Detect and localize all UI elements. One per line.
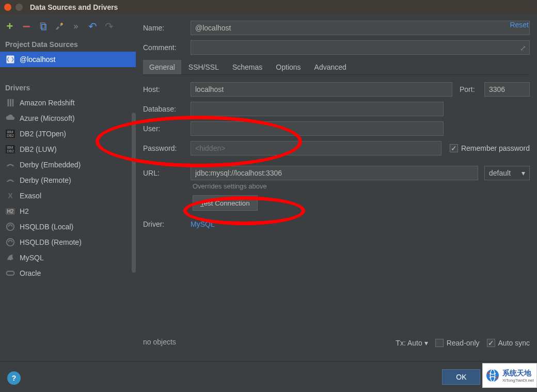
autosync-checkbox[interactable]: Auto sync — [487, 339, 530, 347]
driver-label: Azure (Microsoft) — [20, 114, 75, 122]
derby-icon — [5, 160, 15, 170]
oracle-icon — [5, 268, 15, 278]
undo-icon[interactable]: ↶ — [87, 21, 98, 32]
driver-label: HSQLDB (Local) — [20, 223, 73, 231]
window-close-button[interactable] — [4, 4, 11, 11]
test-connection-button[interactable]: Test Connection — [193, 195, 258, 211]
add-icon[interactable]: + — [4, 21, 15, 32]
window-minimize-button[interactable] — [15, 4, 23, 11]
driver-label: Exasol — [20, 192, 41, 200]
watermark-title: 系统天地 — [502, 369, 534, 378]
driver-label: Driver: — [143, 220, 187, 228]
host-input[interactable] — [191, 82, 452, 97]
main-container: + − » ↶ ↷ Project Data Sources @localhos… — [0, 14, 537, 350]
driver-label: Derby (Remote) — [20, 176, 71, 184]
port-input[interactable] — [484, 82, 530, 97]
expand-icon[interactable]: ⤢ — [520, 44, 526, 52]
driver-label: Oracle — [20, 269, 41, 277]
db2-icon: IBMDB2 — [5, 129, 15, 139]
name-label: Name: — [143, 24, 187, 32]
tab-schemas[interactable]: Schemas — [226, 60, 268, 74]
watermark: 系统天地XiTongTianDi.net — [482, 363, 537, 388]
h2-icon: H2 — [5, 206, 15, 216]
driver-item-amazon-redshift[interactable]: Amazon Redshift — [0, 95, 136, 111]
driver-item-h2[interactable]: H2 H2 — [0, 203, 136, 219]
driver-item-mysql[interactable]: MySQL — [0, 250, 136, 265]
copy-icon[interactable] — [37, 21, 49, 32]
azure-icon — [5, 113, 15, 123]
database-label: Database: — [143, 105, 187, 113]
readonly-checkbox[interactable]: Read-only — [435, 339, 480, 347]
driver-label: Amazon Redshift — [20, 99, 75, 107]
svg-point-10 — [486, 369, 499, 382]
tab-ssh-ssl[interactable]: SSH/SSL — [182, 60, 225, 74]
password-label: Password: — [143, 144, 187, 152]
driver-item-azure[interactable]: Azure (Microsoft) — [0, 111, 136, 126]
driver-item-db2-luw[interactable]: IBMDB2 DB2 (LUW) — [0, 142, 136, 157]
driver-label: MySQL — [20, 254, 44, 262]
redo-icon[interactable]: ↷ — [103, 21, 115, 32]
svg-rect-9 — [7, 271, 14, 275]
comment-label: Comment: — [143, 43, 187, 52]
svg-point-8 — [7, 239, 14, 246]
remove-icon[interactable]: − — [21, 21, 32, 32]
url-hint: Overrides settings above — [193, 182, 530, 190]
title-bar: Data Sources and Drivers — [0, 0, 537, 14]
database-icon — [5, 54, 15, 65]
driver-item-exasol[interactable]: X Exasol — [0, 188, 136, 203]
driver-item-derby-remote[interactable]: Derby (Remote) — [0, 173, 136, 188]
driver-item-oracle[interactable]: Oracle — [0, 265, 136, 281]
url-label: URL: — [143, 169, 187, 177]
button-bar: ? OK Cancel — [0, 361, 537, 392]
settings-icon[interactable] — [54, 21, 65, 32]
checkbox-icon — [435, 339, 444, 347]
driver-item-db2-jtopen[interactable]: IBMDB2 DB2 (JTOpen) — [0, 126, 136, 142]
driver-item-hsqldb-local[interactable]: HSQLDB (Local) — [0, 219, 136, 234]
drivers-list: Amazon Redshift Azure (Microsoft) IBMDB2… — [0, 95, 136, 281]
driver-item-derby-embedded[interactable]: Derby (Embedded) — [0, 157, 136, 173]
tab-general[interactable]: General — [143, 60, 181, 74]
url-input[interactable] — [191, 166, 478, 180]
checkbox-icon — [487, 339, 495, 347]
comment-input[interactable]: ⤢ — [191, 40, 530, 55]
tab-advanced[interactable]: Advanced — [308, 60, 353, 74]
user-label: User: — [143, 124, 187, 133]
driver-item-hsqldb-remote[interactable]: HSQLDB (Remote) — [0, 234, 136, 250]
scrollbar[interactable] — [132, 113, 136, 273]
reset-link[interactable]: Reset — [510, 21, 529, 29]
url-mode-dropdown[interactable]: default▾ — [484, 166, 530, 180]
derby-icon — [5, 175, 15, 185]
window-title: Data Sources and Drivers — [30, 3, 118, 11]
section-project-data-sources: Project Data Sources — [0, 37, 136, 52]
help-button[interactable]: ? — [7, 371, 21, 385]
more-icon[interactable]: » — [70, 21, 82, 32]
port-label: Port: — [460, 85, 481, 93]
driver-link[interactable]: MySQL — [191, 220, 215, 228]
svg-rect-5 — [10, 99, 11, 106]
driver-label: HSQLDB (Remote) — [20, 238, 82, 246]
remember-label: Remember password — [461, 144, 530, 152]
datasource-item-localhost[interactable]: @localhost — [0, 52, 136, 67]
driver-label: Derby (Embedded) — [20, 161, 81, 169]
name-input[interactable] — [191, 21, 530, 35]
url-mode-label: default — [489, 169, 511, 177]
tx-dropdown[interactable]: Tx: Auto ▾ — [396, 339, 428, 347]
svg-rect-0 — [41, 23, 45, 28]
user-input[interactable] — [191, 121, 444, 136]
ok-button[interactable]: OK — [442, 369, 480, 385]
tab-options[interactable]: Options — [270, 60, 307, 74]
svg-rect-1 — [42, 24, 46, 30]
db2-icon: IBMDB2 — [5, 144, 15, 154]
remember-password-checkbox[interactable]: Remember password — [450, 144, 530, 152]
tabs: General SSH/SSL Schemas Options Advanced — [143, 60, 530, 75]
svg-point-2 — [60, 23, 63, 25]
password-input[interactable] — [191, 141, 441, 155]
svg-rect-6 — [12, 99, 14, 106]
driver-label: DB2 (JTOpen) — [20, 130, 66, 138]
svg-point-7 — [7, 223, 14, 230]
mysql-icon — [5, 253, 15, 263]
checkbox-icon — [450, 144, 458, 152]
database-input[interactable] — [191, 102, 444, 116]
datasource-label: @localhost — [20, 55, 55, 64]
status-text: no objects — [143, 338, 176, 346]
